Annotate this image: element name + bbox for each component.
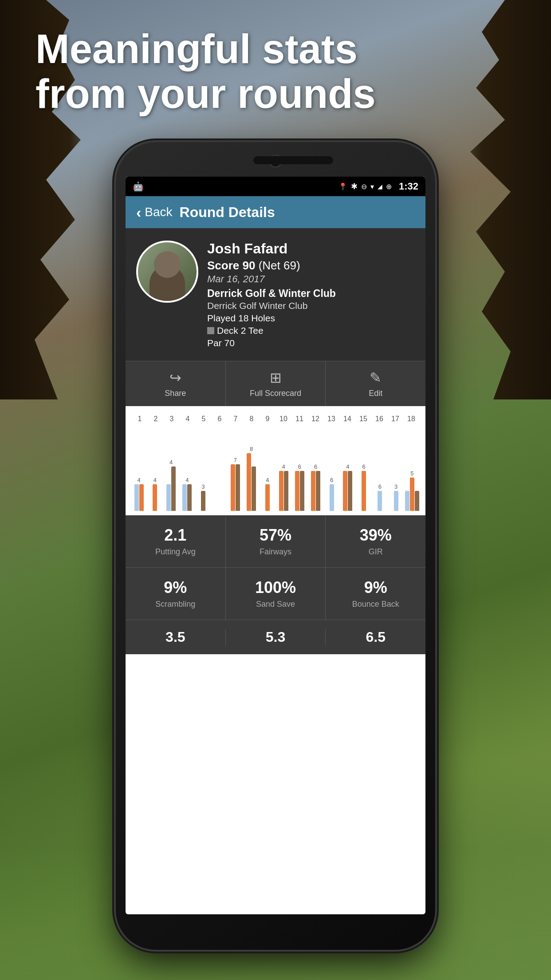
bar-hole-10-brown [284,471,288,511]
net-score: (Net 69) [259,259,300,272]
bar-hole-16: 6 [373,483,387,511]
fairways-value: 57% [229,526,322,545]
share-label: Share [165,389,186,398]
hole-2-label: 2 [149,415,162,423]
bar-hole-15-orange [362,471,366,511]
tee-info: Deck 2 Tee [207,325,415,336]
bar-hole-17-blue [394,491,398,511]
bar-hole-18-orange [410,478,414,511]
hole-15-label: 15 [357,415,370,423]
hole-3-label: 3 [165,415,178,423]
bar-hole-16-blue [378,491,382,511]
profile-info: Josh Fafard Score 90 (Net 69) Mar 16, 20… [207,241,415,348]
bar-hole-6 [212,506,226,511]
player-name: Josh Fafard [207,241,415,257]
bounce-back-value: 9% [329,578,422,597]
round-date: Mar 16, 2017 [207,273,415,285]
bar-hole-18-blue [405,491,409,511]
bar-hole-14-orange [343,471,347,511]
share-icon: ↪ [169,369,181,386]
hole-5-label: 5 [197,415,210,423]
bar-hole-7-brown [236,464,240,511]
bar-hole-12-brown [316,471,320,511]
hole-8-label: 8 [245,415,258,423]
status-bar-right: 📍 ✱ ⊖ ▾ ◢ ⊕ 1:32 [338,181,418,192]
edit-label: Edit [369,389,382,398]
stat-scrambling: 9% Scrambling [126,568,226,620]
hole-18-label: 18 [405,415,418,423]
player-score: Score 90 (Net 69) [207,259,415,273]
bar-hole-12: 6 [308,463,323,511]
dnd-icon: ⊖ [361,182,367,191]
hole-labels: 1 2 3 4 5 6 7 8 9 10 11 12 13 14 15 16 1… [130,415,421,423]
bar-hole-7-orange [231,464,235,511]
scorecard-icon: ⊞ [270,369,282,386]
phone-device: 🤖 📍 ✱ ⊖ ▾ ◢ ⊕ 1:32 ‹ Back Round Details [116,142,435,950]
bottom-scores-row: 3.5 5.3 6.5 [126,620,425,654]
stat-bounce-back: 9% Bounce Back [326,568,425,620]
page-title: Round Details [180,204,275,221]
stat-putting-avg: 2.1 Putting Avg [126,515,226,567]
hole-1-label: 1 [133,415,146,423]
sand-save-label: Sand Save [256,600,295,609]
bar-hole-13: 6 [325,477,339,511]
bar-hole-10-orange [279,471,283,511]
score-value: Score 90 [207,259,255,272]
navigation-bar: ‹ Back Round Details [126,196,425,228]
bar-hole-3-brown [171,466,176,511]
bar-hole-2: 4 [148,477,162,511]
status-time: 1:32 [399,181,418,192]
bar-hole-8: 8 [244,446,259,511]
stat-gir: 39% GIR [326,515,425,567]
hole-10-label: 10 [277,415,290,423]
bar-hole-13-blue [330,484,334,511]
hole-17-label: 17 [389,415,402,423]
hole-9-label: 9 [261,415,274,423]
bar-hole-1-orange [139,484,144,511]
phone-screen: 🤖 📍 ✱ ⊖ ▾ ◢ ⊕ 1:32 ‹ Back Round Details [126,177,425,914]
battery-icon: ⊕ [386,182,392,191]
status-bar-left: 🤖 [133,181,338,192]
tee-name: Deck 2 Tee [217,325,264,336]
headline-line2: from your rounds [35,71,376,116]
bar-hole-2-orange [153,484,157,511]
back-button[interactable]: ‹ Back [136,204,173,221]
hole-4-label: 4 [181,415,194,423]
bar-hole-4: 4 [180,477,194,511]
avatar [136,241,198,303]
bar-hole-11: 6 [292,463,307,511]
club-sub: Derrick Golf Winter Club [207,300,415,311]
edit-button[interactable]: ✎ Edit [326,361,425,406]
bar-chart-container: 4 4 4 [130,427,421,511]
bar-hole-8-brown [252,466,256,511]
bar-hole-17: 3 [389,483,403,511]
bar-hole-14-brown [348,471,352,511]
scorecard-label: Full Scorecard [250,389,301,398]
score-chart: 1 2 3 4 5 6 7 8 9 10 11 12 13 14 15 16 1… [126,406,425,515]
gir-value: 39% [329,526,422,545]
share-button[interactable]: ↪ Share [126,361,226,406]
bluetooth-icon: ✱ [351,182,358,191]
stats-grid: 2.1 Putting Avg 57% Fairways 39% GIR 9% … [126,515,425,654]
bar-hole-5-brown [201,491,205,511]
bar-hole-1-blue [134,484,139,511]
hole-6-label: 6 [213,415,226,423]
putting-avg-label: Putting Avg [155,547,196,556]
bar-hole-12-orange [311,471,315,511]
hole-16-label: 16 [373,415,386,423]
action-bar: ↪ Share ⊞ Full Scorecard ✎ Edit [126,361,425,406]
sand-save-value: 100% [229,578,322,597]
bar-hole-1: 4 [132,477,146,511]
headline-line1: Meaningful stats [35,26,358,71]
scorecard-button[interactable]: ⊞ Full Scorecard [226,361,326,406]
gir-label: GIR [369,547,383,556]
app-headline: Meaningful stats from your rounds [35,27,516,116]
android-icon: 🤖 [133,182,144,191]
scrambling-label: Scrambling [155,600,195,609]
bar-hole-4-blue [182,484,187,511]
putting-avg-value: 2.1 [129,526,222,545]
bar-hole-7: 7 [228,457,242,511]
bar-hole-3-blue [166,484,171,511]
club-name: Derrick Golf & Winter Club [207,288,415,300]
bar-hole-11-orange [295,471,299,511]
